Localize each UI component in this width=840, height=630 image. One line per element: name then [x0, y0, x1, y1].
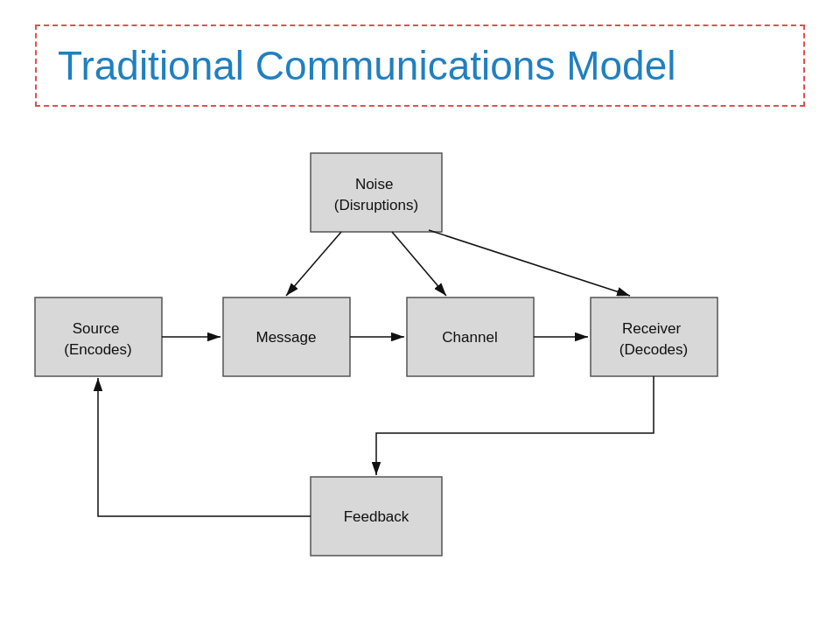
noise-to-channel-arrow	[392, 232, 446, 296]
feedback-to-source-arrow	[98, 378, 311, 516]
noise-to-message-arrow	[286, 232, 341, 296]
title-box: Traditional Communications Model	[35, 24, 805, 107]
channel-label: Channel	[442, 329, 497, 346]
noise-to-receiver-arrow	[429, 230, 630, 296]
page-title: Traditional Communications Model	[58, 42, 782, 89]
communications-diagram: Noise (Disruptions) Source (Encodes) Mes…	[0, 136, 840, 612]
message-label: Message	[256, 329, 317, 346]
feedback-label: Feedback	[344, 508, 410, 525]
receiver-to-feedback-arrow	[376, 376, 654, 475]
